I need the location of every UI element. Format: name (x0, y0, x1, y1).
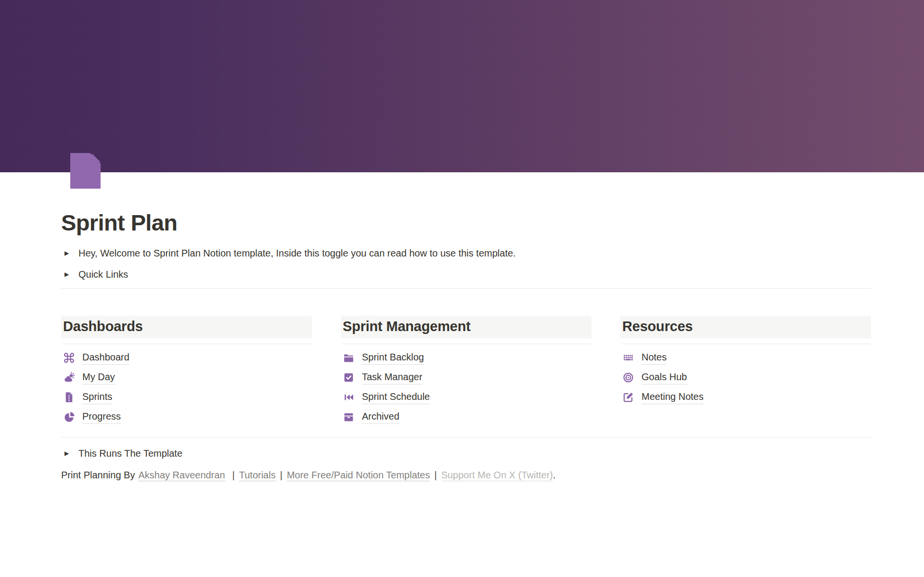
column-resources: Resources (620, 316, 871, 427)
page-link-goals-hub[interactable]: Goals Hub (620, 368, 871, 387)
keyboard-icon (622, 352, 634, 364)
footer-link-tutorials[interactable]: Tutorials (239, 470, 276, 481)
page-link-label: Progress (82, 410, 121, 424)
divider (61, 288, 871, 289)
page-link-label: Goals Hub (642, 371, 687, 385)
page-link-archived[interactable]: Archived (341, 407, 591, 427)
skip-back-icon (343, 391, 355, 403)
toggle-caret-icon[interactable]: ▶ (61, 249, 75, 257)
divider (620, 344, 871, 344)
pie-chart-icon (63, 411, 75, 423)
document-icon (70, 153, 101, 189)
toggle-caret-icon[interactable]: ▶ (61, 449, 75, 458)
footer-link-more-templates[interactable]: More Free/Paid Notion Templates (287, 470, 430, 481)
page-link-label: Archived (362, 410, 399, 424)
divider (61, 344, 312, 344)
toggle-welcome[interactable]: ▶ Hey, Welcome to Sprint Plan Notion tem… (61, 245, 871, 261)
footer-link-twitter[interactable]: Support Me On X (Twitter) (441, 470, 553, 481)
page-link-label: Notes (642, 351, 667, 365)
linked-pages-columns: Dashboards Dashboard (61, 316, 871, 427)
page-cover (0, 0, 924, 172)
archive-icon (343, 411, 355, 423)
separator: | (434, 470, 436, 480)
page-link-dashboard[interactable]: Dashboard (61, 348, 312, 368)
toggle-caret-icon[interactable]: ▶ (61, 270, 75, 279)
toggle-welcome-label: Hey, Welcome to Sprint Plan Notion templ… (78, 246, 516, 260)
page-link-label: Sprint Schedule (362, 390, 430, 404)
page-link-my-day[interactable]: My Day (61, 368, 312, 387)
edit-icon (622, 391, 634, 403)
page-content: Sprint Plan ▶ Hey, Welcome to Sprint Pla… (0, 172, 924, 482)
sun-cloud-icon (63, 372, 75, 384)
divider (61, 437, 871, 437)
page-link-label: Dashboard (82, 351, 129, 365)
checked-checkbox-icon (343, 372, 355, 384)
separator: | (232, 470, 235, 480)
divider (341, 344, 591, 344)
column-dashboards: Dashboards Dashboard (61, 316, 312, 427)
page-link-label: Sprint Backlog (362, 351, 424, 365)
page-link-task-manager[interactable]: Task Manager (341, 368, 591, 387)
section-header-dashboards: Dashboards (61, 316, 312, 338)
page-link-sprint-schedule[interactable]: Sprint Schedule (341, 387, 591, 407)
page-link-label: Meeting Notes (642, 390, 704, 404)
page-title[interactable]: Sprint Plan (61, 172, 871, 237)
page-link-meeting-notes[interactable]: Meeting Notes (620, 387, 871, 407)
toggle-quick-links-label: Quick Links (78, 267, 128, 282)
footer-credits: Print Planning ByAkshay Raveendran|Tutor… (61, 468, 871, 482)
section-header-resources: Resources (620, 316, 871, 338)
footer-link-author[interactable]: Akshay Raveendran (138, 470, 225, 481)
page-link-sprint-backlog[interactable]: Sprint Backlog (341, 348, 591, 368)
separator: | (280, 470, 282, 480)
page-link-label: My Day (82, 371, 115, 385)
toggle-runs-template[interactable]: ▶ This Runs The Template (61, 445, 871, 462)
page-link-label: Sprints (82, 390, 112, 404)
folder-icon (343, 352, 355, 364)
section-header-sprint-management: Sprint Management (341, 316, 591, 338)
target-icon (622, 372, 634, 384)
page-icon-button[interactable] (70, 153, 101, 189)
footer-prefix-text: Print Planning By (61, 470, 135, 480)
footer-suffix-text: . (553, 470, 556, 480)
page-link-sprints[interactable]: Sprints (61, 387, 312, 407)
page-link-label: Task Manager (362, 371, 423, 385)
column-sprint-management: Sprint Management Sprint Backlog Task Ma… (341, 316, 591, 427)
toggle-quick-links[interactable]: ▶ Quick Links (61, 266, 871, 282)
command-icon (63, 352, 75, 364)
page-link-progress[interactable]: Progress (61, 407, 312, 427)
document-lines-icon (63, 391, 75, 403)
toggle-runs-template-label: This Runs The Template (78, 446, 182, 461)
page-link-notes[interactable]: Notes (620, 348, 871, 368)
